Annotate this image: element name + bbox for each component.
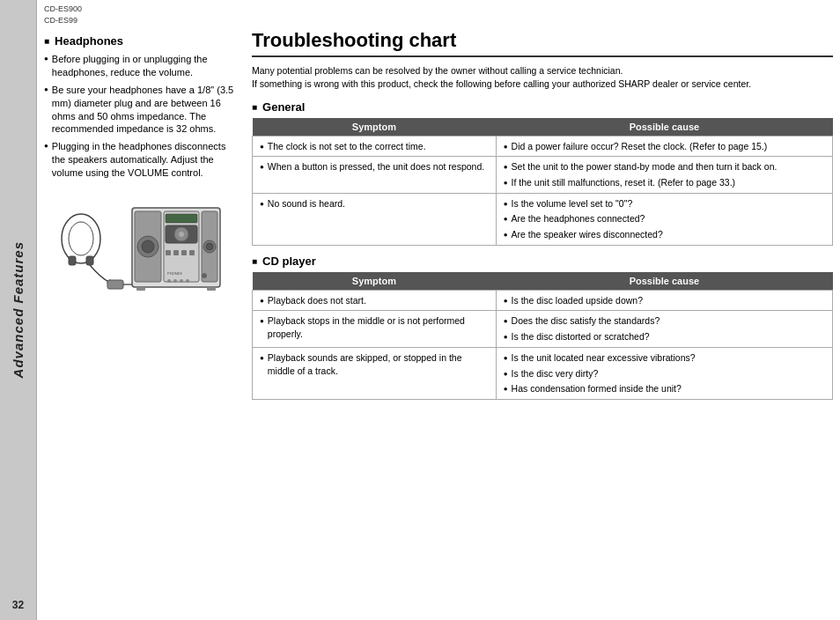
general-table: Symptom Possible cause The clock is not …	[252, 118, 833, 246]
symptom-cell: Playback sounds are skipped, or stopped …	[260, 351, 489, 377]
list-item: Before plugging in or unplugging the hea…	[44, 53, 238, 79]
svg-rect-5	[107, 280, 123, 289]
svg-text:PHONES: PHONES	[167, 271, 182, 276]
page-title: Troubleshooting chart	[252, 29, 833, 57]
cause-item: Set the unit to the power stand-by mode …	[504, 160, 825, 173]
svg-rect-19	[166, 214, 197, 223]
cause-item: Is the disc very dirty?	[504, 367, 825, 380]
cd-section-title: CD player	[252, 255, 833, 268]
svg-point-30	[186, 279, 189, 283]
table-row: The clock is not set to the correct time…	[253, 136, 833, 157]
cd-symptom-header: Symptom	[253, 272, 497, 291]
svg-point-10	[142, 240, 154, 253]
cd-cause-header: Possible cause	[496, 272, 832, 291]
svg-rect-16	[173, 250, 179, 255]
model-line1: CD-ES900	[44, 4, 833, 15]
cause-item: Has condensation formed inside the unit?	[504, 382, 825, 395]
svg-point-1	[69, 222, 93, 255]
cause-item: Did a power failure occur? Reset the clo…	[504, 140, 825, 153]
intro-line2: If something is wrong with this product,…	[252, 78, 833, 91]
right-column: Troubleshooting chart Many potential pro…	[252, 29, 833, 613]
svg-rect-23	[136, 287, 145, 291]
svg-rect-3	[86, 256, 93, 265]
symptom-cell: No sound is heard.	[260, 197, 489, 210]
two-col-layout: Headphones Before plugging in or unplugg…	[37, 29, 840, 620]
general-cause-header: Possible cause	[496, 118, 832, 137]
left-column: Headphones Before plugging in or unplugg…	[44, 29, 238, 613]
cause-item: Is the unit located near excessive vibra…	[504, 351, 825, 365]
model-numbers: CD-ES900 CD-ES99	[37, 0, 840, 29]
cause-item: Is the disc loaded upside down?	[504, 294, 825, 307]
cause-item: Is the disc distorted or scratched?	[504, 330, 825, 343]
table-row: No sound is heard. Is the volume level s…	[253, 193, 833, 245]
cd-table: Symptom Possible cause Playback does not…	[252, 272, 833, 400]
svg-point-0	[62, 214, 100, 263]
svg-point-29	[180, 279, 183, 283]
svg-point-28	[173, 279, 177, 283]
svg-point-14	[179, 232, 184, 237]
svg-point-22	[206, 243, 213, 250]
cause-item: Is the volume level set to "0"?	[504, 197, 825, 210]
headphones-list: Before plugging in or unplugging the hea…	[44, 53, 238, 180]
model-line2: CD-ES99	[44, 15, 833, 26]
svg-point-26	[203, 273, 207, 277]
svg-rect-2	[69, 256, 76, 265]
svg-point-27	[167, 279, 171, 283]
intro-line1: Many potential problems can be resolved …	[252, 64, 833, 78]
symptom-cell: Playback does not start.	[260, 294, 489, 307]
svg-rect-18	[189, 250, 195, 255]
table-row: Playback stops in the middle or is not p…	[253, 311, 833, 347]
general-section-title: General	[252, 100, 833, 114]
table-row: Playback does not start. Is the disc loa…	[253, 290, 833, 311]
sidebar: Advanced Features 32	[0, 0, 37, 620]
cause-item: Are the speaker wires disconnected?	[504, 228, 825, 241]
symptom-cell: Playback stops in the middle or is not p…	[260, 314, 489, 340]
sidebar-label: Advanced Features	[11, 241, 26, 378]
list-item: Plugging in the headphones disconnects t…	[44, 140, 238, 180]
svg-rect-24	[207, 287, 216, 291]
cause-item: Are the headphones connected?	[504, 212, 825, 225]
main-content: CD-ES900 CD-ES99 Headphones Before plugg…	[37, 0, 840, 620]
intro-text: Many potential problems can be resolved …	[252, 64, 833, 91]
cause-item: Does the disc satisfy the standards?	[504, 314, 825, 328]
page-number: 32	[12, 599, 24, 611]
svg-rect-15	[166, 250, 171, 255]
headphones-title: Headphones	[44, 34, 238, 48]
table-row: When a button is pressed, the unit does …	[253, 157, 833, 193]
general-symptom-header: Symptom	[253, 118, 497, 137]
table-row: Playback sounds are skipped, or stopped …	[253, 347, 833, 399]
stereo-illustration: PHONES	[44, 190, 238, 314]
svg-rect-17	[181, 250, 187, 255]
list-item: Be sure your headphones have a 1/8" (3.5…	[44, 84, 238, 136]
symptom-cell: When a button is pressed, the unit does …	[260, 160, 489, 173]
cause-item: If the unit still malfunctions, reset it…	[504, 176, 825, 189]
symptom-cell: The clock is not set to the correct time…	[260, 140, 489, 153]
